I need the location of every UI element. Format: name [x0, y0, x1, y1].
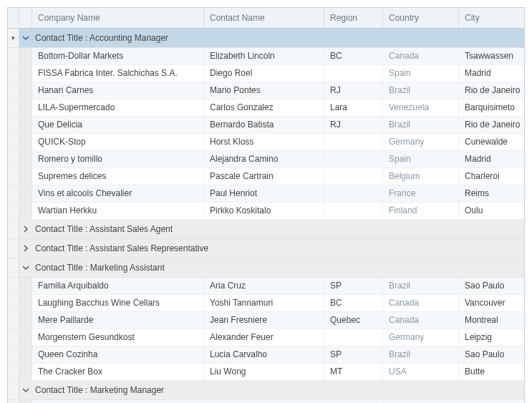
cell-region: SP	[324, 346, 383, 363]
cell-region	[324, 134, 383, 150]
group-row[interactable]: Contact Title : Marketing Assistant	[8, 258, 524, 278]
table-row[interactable]: Romero y tomilloAlejandra CaminoSpainMad…	[8, 151, 524, 168]
table-row[interactable]: FISSA Fabrica Inter. Salchichas S.A.Dieg…	[8, 65, 524, 82]
row-indicator	[8, 29, 19, 47]
table-row[interactable]: Mere PaillardeJean FresniereQuebecCanada…	[8, 312, 524, 329]
cell-region	[324, 185, 383, 202]
cell-company: QUICK-Stop	[32, 134, 204, 150]
cell-city: Oulu	[459, 203, 524, 219]
cell-country: Brazil	[383, 346, 459, 363]
table-row[interactable]: QUICK-StopHorst KlossGermanyCunewalde	[8, 134, 524, 151]
cell-region: Quebec	[324, 312, 383, 329]
cell-contact: Horst Kloss	[204, 134, 324, 150]
row-group-gutter	[19, 364, 32, 380]
group-row[interactable]: Contact Title : Marketing Manager	[8, 381, 524, 400]
cell-company: Morgenstern Gesundkost	[32, 329, 204, 346]
row-group-gutter	[19, 134, 32, 150]
row-group-gutter	[19, 203, 32, 219]
column-header-country[interactable]: Country	[383, 8, 459, 28]
cell-company: The Cracker Box	[32, 364, 204, 380]
group-expand-toggle[interactable]	[19, 258, 32, 277]
table-row[interactable]: Queen CozinhaLucia CarvalhoSPBrazilSao P…	[8, 346, 524, 364]
group-expand-toggle[interactable]	[19, 381, 32, 399]
cell-company: Hanari Carnes	[32, 82, 204, 99]
row-indicator	[8, 400, 19, 403]
cell-region: MT	[324, 364, 383, 380]
column-header-company[interactable]: Company Name	[32, 8, 204, 28]
cell-contact: Frederique Citeaux	[204, 400, 324, 403]
cell-contact: Liu Wong	[204, 364, 324, 380]
row-group-gutter	[19, 329, 32, 346]
cell-country: Spain	[383, 65, 459, 82]
cell-region	[324, 203, 383, 219]
group-row[interactable]: Contact Title : Accounting Manager	[8, 29, 524, 48]
table-row[interactable]: Bottom-Dollar MarketsElizabeth LincolnBC…	[8, 48, 524, 65]
cell-company: Romero y tomillo	[32, 151, 204, 167]
expand-column-header	[19, 8, 32, 28]
table-row[interactable]: Vins et alcools ChevalierPaul HenriotFra…	[8, 185, 524, 203]
cell-country: France	[383, 400, 459, 403]
table-row[interactable]: Wartian HerkkuPirkko KoskitaloFinlandOul…	[8, 203, 524, 220]
row-group-gutter	[19, 185, 32, 202]
table-row[interactable]: Supremes delicesPascale CartrainBelgiumC…	[8, 168, 524, 185]
cell-company: Laughing Bacchus Wine Cellars	[32, 295, 204, 311]
cell-contact: Mario Pontes	[204, 82, 324, 99]
row-indicator	[8, 65, 19, 82]
group-expand-toggle[interactable]	[19, 220, 32, 238]
row-indicator	[8, 329, 19, 346]
cell-country: Canada	[383, 48, 459, 64]
group-row[interactable]: Contact Title : Assistant Sales Agent	[8, 220, 524, 239]
cell-city: Reims	[459, 185, 524, 202]
row-group-gutter	[19, 117, 32, 133]
cell-contact: Aria Cruz	[204, 278, 324, 294]
cell-city: Sao Paulo	[459, 346, 524, 363]
row-indicator	[8, 312, 19, 329]
group-expand-toggle[interactable]	[19, 239, 32, 258]
column-header-city[interactable]: City	[459, 8, 524, 28]
group-row[interactable]: Contact Title : Assistant Sales Represen…	[8, 239, 524, 258]
row-group-gutter	[19, 65, 32, 82]
cell-city: Cunewalde	[459, 134, 524, 150]
cell-city: Sao Paulo	[459, 278, 524, 294]
cell-city: Butte	[459, 364, 524, 380]
table-row[interactable]: Morgenstern GesundkostAlexander FeuerGer…	[8, 329, 524, 346]
column-header-contact[interactable]: Contact Name	[204, 8, 324, 28]
cell-country: Germany	[383, 134, 459, 150]
cell-contact: Carlos Gonzalez	[204, 99, 324, 116]
table-row[interactable]: Laughing Bacchus Wine CellarsYoshi Tanna…	[8, 295, 524, 312]
cell-contact: Pascale Cartrain	[204, 168, 324, 185]
cell-country: Finland	[383, 203, 459, 219]
row-group-gutter	[19, 312, 32, 329]
group-label: Contact Title : Marketing Assistant	[32, 258, 524, 277]
row-indicator	[8, 364, 19, 380]
row-pointer-icon	[11, 35, 16, 41]
table-row[interactable]: Que DeliciaBernardo BatistaRJBrazilRio d…	[8, 117, 524, 134]
cell-city: Barquisimeto	[459, 99, 524, 116]
row-group-gutter	[19, 346, 32, 363]
table-row[interactable]: LILA-SupermercadoCarlos GonzalezLaraVene…	[8, 99, 524, 117]
chevron-right-icon	[22, 225, 29, 233]
row-indicator	[8, 278, 19, 294]
table-row[interactable]: Familia ArquibaldoAria CruzSPBrazilSao P…	[8, 278, 524, 295]
cell-region	[324, 329, 383, 346]
cell-city: Vancouver	[459, 295, 524, 311]
cell-company: Blondel pere et fils	[32, 400, 204, 403]
table-row[interactable]: The Cracker BoxLiu WongMTUSAButte	[8, 364, 524, 381]
row-group-gutter	[19, 82, 32, 99]
cell-region	[324, 151, 383, 167]
row-indicator	[8, 203, 19, 219]
cell-country: USA	[383, 364, 459, 380]
cell-country: Germany	[383, 329, 459, 346]
table-row[interactable]: Hanari CarnesMario PontesRJBrazilRio de …	[8, 82, 524, 99]
column-header-row: Company Name Contact Name Region Country…	[8, 8, 524, 29]
cell-contact: Alexander Feuer	[204, 329, 324, 346]
group-expand-toggle[interactable]	[19, 29, 32, 47]
cell-company: FISSA Fabrica Inter. Salchichas S.A.	[32, 65, 204, 82]
column-header-region[interactable]: Region	[324, 8, 383, 28]
grid-body: Contact Title : Accounting ManagerBottom…	[8, 29, 524, 403]
chevron-down-icon	[22, 264, 29, 271]
row-group-gutter	[19, 278, 32, 294]
cell-country: Brazil	[383, 82, 459, 99]
cell-city: Montreal	[459, 312, 524, 329]
table-row[interactable]: Blondel pere et filsFrederique CiteauxFr…	[8, 400, 524, 403]
